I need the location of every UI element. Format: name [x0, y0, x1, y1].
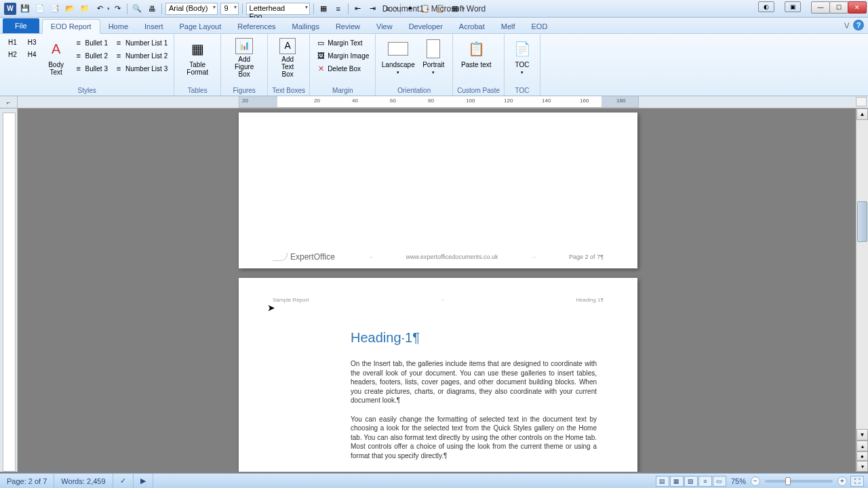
- page-2-body[interactable]: Heading·1¶ On the Insert tab, the galler…: [351, 329, 597, 470]
- view-outline[interactable]: ≡: [698, 476, 712, 487]
- status-words[interactable]: Words: 2,459: [54, 474, 113, 488]
- zoom-slider-knob[interactable]: [785, 477, 791, 485]
- open-icon[interactable]: 📂: [64, 3, 76, 15]
- portrait-button[interactable]: Portrait ▾: [418, 37, 448, 77]
- heading-1[interactable]: Heading·1¶: [351, 329, 597, 347]
- vertical-scrollbar[interactable]: ▲ ▼ ▴ ● ▾: [856, 108, 868, 472]
- save-as-icon[interactable]: 📑: [49, 3, 61, 15]
- page-2[interactable]: Sample Report → Heading 1¶ ➤ Heading·1¶ …: [239, 278, 637, 472]
- browse-object-button[interactable]: ●: [856, 451, 868, 461]
- print-preview-icon[interactable]: 🔍: [131, 3, 143, 15]
- style-bullet-2[interactable]: ≡Bullet 2: [72, 49, 110, 62]
- new-icon[interactable]: 📄: [34, 3, 46, 15]
- tab-insert[interactable]: Insert: [136, 20, 172, 33]
- add-text-box-button[interactable]: A Add Text Box: [272, 37, 303, 79]
- close-button[interactable]: ✕: [848, 1, 867, 14]
- document-canvas[interactable]: ExpertOffice → www.expertofficedocuments…: [18, 108, 856, 472]
- font-size-select[interactable]: 9: [220, 3, 238, 15]
- document-area: ExpertOffice → www.expertofficedocuments…: [0, 108, 856, 472]
- margin-image-button[interactable]: 🖼Margin Image: [314, 49, 371, 62]
- style-h1[interactable]: H1: [4, 37, 21, 48]
- style-bullet-1[interactable]: ≡Bullet 1: [72, 37, 110, 49]
- print-icon[interactable]: 🖶: [146, 3, 158, 15]
- redo-icon[interactable]: ↷: [111, 3, 123, 15]
- bullet-icon: ≡: [74, 51, 83, 60]
- table-format-button[interactable]: ▦ Table Format: [178, 37, 216, 77]
- ruler-corner[interactable]: ⌐: [0, 96, 18, 108]
- tab-page-layout[interactable]: Page Layout: [172, 20, 230, 33]
- font-select[interactable]: Arial (Body): [165, 3, 218, 15]
- aux-button-1[interactable]: ◐: [758, 1, 774, 12]
- tab-references[interactable]: References: [229, 20, 283, 33]
- view-draft[interactable]: ▭: [713, 476, 726, 487]
- style-h3[interactable]: H3: [24, 37, 41, 48]
- zoom-level[interactable]: 75%: [731, 477, 746, 485]
- page-style-select[interactable]: Letterhead Foo: [246, 3, 310, 15]
- decrease-indent-icon[interactable]: ⇤: [352, 3, 364, 15]
- paragraph-2[interactable]: You can easily change the formatting of …: [351, 415, 597, 461]
- tab-home[interactable]: Home: [100, 20, 136, 33]
- add-figure-box-button[interactable]: 📊 Add Figure Box: [225, 37, 263, 79]
- view-print-layout[interactable]: ▤: [656, 476, 669, 487]
- view-full-screen[interactable]: ▦: [670, 476, 684, 487]
- status-page[interactable]: Page: 2 of 7: [0, 474, 54, 488]
- delete-box-button[interactable]: ✕Delete Box: [314, 62, 371, 75]
- textbox-icon: A: [279, 38, 296, 54]
- style-h2[interactable]: H2: [4, 49, 21, 60]
- status-macro[interactable]: ▶: [134, 474, 153, 488]
- scroll-track[interactable]: [856, 120, 868, 418]
- increase-indent-icon[interactable]: ⇥: [367, 3, 379, 15]
- view-web-layout[interactable]: ▧: [684, 476, 698, 487]
- word-icon[interactable]: W: [4, 3, 16, 15]
- help-icon[interactable]: ?: [853, 20, 864, 30]
- portrait-icon: [422, 38, 444, 60]
- group-figures: 📊 Add Figure Box Figures: [221, 34, 268, 96]
- page-1[interactable]: ExpertOffice → www.expertofficedocuments…: [239, 113, 637, 268]
- next-page-button[interactable]: ▾: [856, 461, 868, 472]
- tab-acrobat[interactable]: Acrobat: [451, 20, 493, 33]
- save-icon[interactable]: 💾: [19, 3, 31, 15]
- margin-text-button[interactable]: ▭Margin Text: [314, 37, 371, 49]
- page-1-footer: ExpertOffice → www.expertofficedocuments…: [273, 252, 604, 262]
- style-body-text[interactable]: A Body Text: [43, 37, 70, 77]
- zoom-in-button[interactable]: +: [837, 476, 847, 486]
- minimize-button[interactable]: —: [811, 1, 830, 14]
- tab-eod[interactable]: EOD: [524, 20, 556, 33]
- style-number-1[interactable]: ≡Number List 1: [112, 37, 170, 49]
- scroll-thumb[interactable]: [857, 201, 867, 242]
- toc-button[interactable]: 📄 TOC ▾: [509, 37, 536, 77]
- paragraph-1[interactable]: On the Insert tab, the galleries include…: [351, 359, 597, 405]
- tab-melf[interactable]: Melf: [493, 20, 524, 33]
- vertical-ruler[interactable]: [0, 108, 18, 472]
- status-proofing[interactable]: ✓: [113, 474, 134, 488]
- tab-review[interactable]: Review: [328, 20, 368, 33]
- aux-button-2[interactable]: ▣: [785, 1, 801, 12]
- style-number-3[interactable]: ≡Number List 3: [112, 62, 170, 75]
- tab-view[interactable]: View: [368, 20, 401, 33]
- tab-mailings[interactable]: Mailings: [284, 20, 328, 33]
- undo-icon[interactable]: ↶: [94, 3, 106, 15]
- delete-icon: ✕: [316, 64, 326, 73]
- collapse-ribbon-icon[interactable]: ⋁: [844, 22, 849, 28]
- maximize-button[interactable]: ☐: [829, 1, 848, 14]
- folder-icon[interactable]: 📁: [79, 3, 91, 15]
- scroll-up-button[interactable]: ▲: [856, 108, 868, 120]
- horizontal-ruler[interactable]: 20 20 40 60 80 100 120 140 160 180: [239, 96, 639, 108]
- style-number-2[interactable]: ≡Number List 2: [112, 49, 170, 62]
- landscape-button[interactable]: Landscape ▾: [380, 37, 416, 77]
- tab-developer[interactable]: Developer: [401, 20, 451, 33]
- prev-page-button[interactable]: ▴: [856, 441, 868, 451]
- zoom-out-button[interactable]: −: [751, 476, 760, 486]
- style-bullet-3[interactable]: ≡Bullet 3: [72, 62, 110, 75]
- tab-file[interactable]: File: [3, 18, 39, 33]
- paste-text-button[interactable]: 📋 Paste text: [457, 37, 495, 70]
- zoom-fit-button[interactable]: ⛶: [850, 476, 864, 487]
- tab-eod-report[interactable]: EOD Report: [42, 19, 100, 34]
- qat-btn-2[interactable]: ≡: [332, 3, 344, 15]
- group-label-margin: Margin: [314, 86, 371, 96]
- ruler-options-button[interactable]: [856, 97, 867, 106]
- qat-btn-1[interactable]: ▦: [317, 3, 330, 15]
- zoom-slider[interactable]: [765, 480, 833, 483]
- style-h4[interactable]: H4: [24, 49, 41, 60]
- scroll-down-button[interactable]: ▼: [856, 429, 868, 441]
